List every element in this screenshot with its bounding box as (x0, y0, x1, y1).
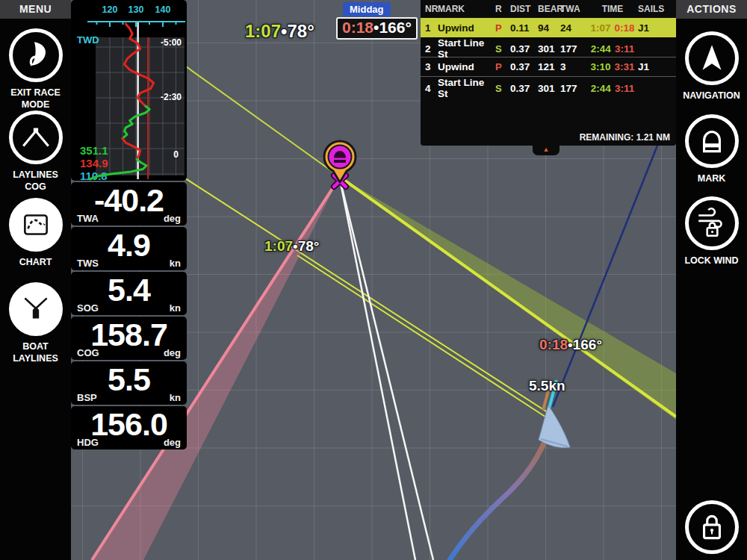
twd-axis-tick: 120 (102, 4, 118, 15)
cell-twa: 3 (560, 61, 587, 72)
cell-mark: Start Line St (438, 37, 495, 60)
wind-lock-icon (685, 196, 739, 250)
sidebar-button-label: MARK (678, 172, 746, 184)
actions-header[interactable]: ACTIONS (676, 0, 747, 19)
buoy-icon (685, 114, 739, 168)
twd-title: TWD (77, 34, 99, 46)
cell-bear: 301 (538, 83, 560, 94)
layline-label-top: 1:07•78° (245, 21, 314, 42)
boat-icon[interactable] (539, 405, 570, 448)
instrument-unit: kn (170, 258, 181, 269)
boat-speed-label: 5.5kn (529, 378, 565, 394)
instrument-label: TWS (77, 258, 99, 269)
cell-twa: 24 (560, 22, 587, 34)
instrument-unit: deg (164, 437, 181, 448)
mark-pin[interactable] (324, 141, 356, 182)
table-row-mark-1[interactable]: 1UpwindP0.1194241:070:18J1 (421, 18, 676, 37)
left-sidebar: MENU EXIT RACE MODELAYLINES COGCHARTBOAT… (0, 0, 71, 560)
cell-rounding: P (495, 22, 510, 34)
cell-dist: 0.37 (510, 43, 538, 55)
instrument-sog[interactable]: 5.4SOGkn (71, 272, 187, 315)
race-marks-table: NRMARK RDIST BEARTWA TIMESAILS 1UpwindP0… (421, 0, 676, 146)
cell-dist: 0.37 (510, 83, 538, 94)
sidebar-button-boat-laylines[interactable]: BOAT LAYLINES (0, 282, 71, 364)
instrument-twa[interactable]: -40.2TWAdeg (71, 182, 187, 225)
cell-bear: 94 (538, 22, 560, 34)
twd-history-chart[interactable]: 120 130 140 TWD -5:00 -2:30 0 351.1 134.… (71, 0, 187, 181)
sidebar-button-label: EXIT RACE MODE (1, 87, 70, 111)
sidebar-button-label: BOAT LAYLINES (1, 340, 70, 364)
sail-icon (9, 28, 63, 82)
twd-axis-tick: 130 (128, 4, 144, 15)
countdown-box[interactable]: 0:18•166° (336, 17, 418, 40)
twd-axis-tick: 140 (155, 4, 171, 15)
sidebar-button-navigation[interactable]: NAVIGATION (676, 31, 747, 102)
instrument-panel: 120 130 140 TWD -5:00 -2:30 0 351.1 134.… (71, 0, 187, 451)
cell-rounding: S (495, 43, 510, 55)
cell-bear: 301 (538, 43, 560, 55)
layline-label-right: 0:18•166° (539, 337, 602, 353)
instrument-label: SOG (77, 302, 99, 314)
table-row-mark-2[interactable]: 2Start Line StS0.373011772:443:11 (421, 37, 676, 57)
remaining-distance: REMAINING: 1.21 NM (580, 132, 670, 143)
instrument-unit: deg (164, 347, 181, 358)
table-collapse-tab[interactable]: ▲ (533, 146, 560, 155)
cell-time: 2:443:11 (587, 43, 638, 55)
sidebar-button-exit-race-mode[interactable]: EXIT RACE MODE (0, 28, 71, 111)
right-sidebar: ACTIONS NAVIGATIONMARKLOCK WIND (676, 0, 747, 560)
cell-twa: 177 (560, 43, 587, 55)
twd-time-tick: -5:00 (161, 37, 182, 48)
twd-time-tick: -2:30 (161, 92, 182, 102)
sidebar-button-chart[interactable]: CHART (0, 198, 71, 268)
instrument-unit: deg (164, 213, 181, 224)
menu-button[interactable]: MENU (0, 0, 71, 19)
laylines-icon (9, 111, 63, 164)
sidebar-button-label: LOCK WIND (678, 255, 746, 267)
sidebar-button-laylines-cog[interactable]: LAYLINES COG (0, 111, 71, 193)
chart-icon (9, 198, 63, 252)
instrument-hdg[interactable]: 156.0HDGdeg (71, 406, 187, 449)
twd-readout-green: 351.1 (80, 144, 108, 157)
cell-nr: 3 (425, 61, 438, 72)
sidebar-button-lock-wind[interactable]: LOCK WIND (676, 196, 747, 267)
instrument-label: HDG (77, 437, 99, 448)
cell-time: 1:070:18 (587, 22, 638, 34)
instrument-tws[interactable]: 4.9TWSkn (71, 227, 187, 270)
sidebar-button-lock[interactable] (676, 500, 747, 554)
instrument-cog[interactable]: 158.7COGdeg (71, 317, 187, 360)
boat-laylines-icon (9, 282, 63, 336)
cell-time: 3:103:31 (587, 61, 638, 72)
cell-sails: J1 (638, 61, 678, 72)
course-line-2 (340, 179, 433, 560)
instrument-unit: kn (170, 392, 181, 403)
cell-nr: 2 (425, 43, 438, 55)
layline-label-mid: 1:07•78° (264, 238, 319, 255)
instrument-label: BSP (77, 392, 97, 403)
instrument-unit: kn (170, 302, 181, 314)
cell-time: 2:443:11 (587, 83, 638, 94)
cell-mark: Upwind (438, 22, 495, 34)
mark-name-badge[interactable]: Middag (343, 2, 391, 16)
padlock-icon (685, 500, 739, 554)
cell-bear: 121 (538, 61, 560, 72)
layline-edge-starboard (340, 177, 676, 417)
cell-dist: 0.37 (510, 61, 538, 72)
instrument-bsp[interactable]: 5.5BSPkn (71, 361, 187, 405)
cell-dist: 0.11 (510, 22, 538, 34)
course-line-1 (340, 179, 415, 560)
cell-sails: J1 (638, 22, 678, 34)
cell-mark: Upwind (438, 61, 495, 72)
cell-rounding: P (495, 61, 510, 72)
boat-trail (450, 428, 551, 560)
sidebar-button-mark[interactable]: MARK (676, 114, 747, 184)
cell-nr: 1 (425, 22, 438, 34)
twd-time-tick: 0 (173, 149, 179, 160)
table-row-mark-4[interactable]: 4Start Line StS0.373011772:443:11 (421, 76, 676, 96)
cell-nr: 4 (425, 83, 438, 94)
sidebar-button-label: CHART (1, 256, 70, 268)
navigation-arrow-icon (685, 31, 739, 85)
instrument-label: COG (77, 347, 99, 358)
instrument-label: TWA (77, 213, 99, 224)
cell-rounding: S (495, 83, 510, 94)
sidebar-button-label: NAVIGATION (678, 90, 746, 102)
